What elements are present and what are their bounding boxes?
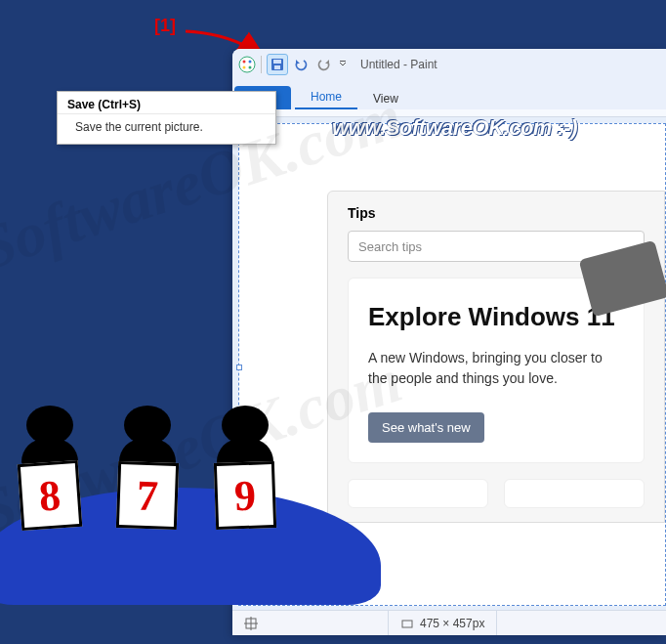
tips-heading: Explore Windows 11 (368, 302, 624, 332)
tooltip-title: Save (Ctrl+S) (58, 92, 275, 114)
svg-rect-8 (340, 61, 346, 62)
save-button[interactable] (267, 54, 288, 75)
resize-handle[interactable] (236, 365, 242, 370)
svg-rect-12 (402, 621, 412, 627)
watermark-text: www.SoftwareOK.com :-) (332, 115, 577, 141)
score-card: 9 (214, 461, 276, 530)
status-cursor-cell (232, 611, 389, 635)
status-bar: 475 × 457px (232, 610, 666, 635)
dimensions-icon (400, 617, 414, 630)
annotation-label: [1] (154, 16, 176, 36)
paint-app-icon (238, 56, 256, 73)
score-card: 7 (116, 461, 179, 530)
search-placeholder: Search tips (358, 239, 422, 254)
window-title: Untitled - Paint (360, 58, 437, 71)
undo-button[interactable] (290, 54, 312, 75)
svg-rect-6 (273, 60, 281, 64)
title-bar: Untitled - Paint (232, 49, 666, 80)
status-dimensions-cell: 475 × 457px (389, 611, 497, 635)
tab-view[interactable]: View (357, 86, 414, 109)
tips-card[interactable] (348, 479, 488, 508)
save-tooltip: Save (Ctrl+S) Save the current picture. (57, 91, 276, 145)
svg-point-0 (239, 57, 255, 72)
tips-body-text: A new Windows, bringing you closer to th… (368, 348, 624, 389)
svg-rect-7 (274, 65, 280, 69)
svg-point-2 (249, 61, 252, 64)
redo-button[interactable] (313, 54, 335, 75)
tips-sub-cards (348, 479, 645, 508)
judge-figure: 8 (20, 406, 80, 529)
redo-icon (316, 57, 332, 72)
save-icon (270, 57, 285, 72)
chevron-down-icon (339, 61, 347, 68)
qat-customize-dropdown[interactable] (337, 61, 349, 68)
tips-card[interactable] (504, 479, 645, 508)
cursor-position-icon (244, 617, 258, 630)
qat-separator (261, 56, 262, 73)
tips-hero-card: Explore Windows 11 A new Windows, bringi… (348, 278, 645, 463)
see-whats-new-button[interactable]: See what's new (368, 412, 484, 443)
tab-home[interactable]: Home (295, 84, 357, 109)
svg-point-3 (243, 66, 246, 69)
tooltip-body: Save the current picture. (58, 114, 275, 144)
svg-point-1 (243, 61, 246, 64)
undo-icon (293, 57, 309, 72)
canvas-dimensions: 475 × 457px (420, 617, 484, 630)
judge-figure: 9 (215, 406, 275, 529)
ribbon-tabs: File Home View (232, 80, 666, 109)
tips-panel: Tips Search tips Explore Windows 11 A ne… (327, 191, 665, 523)
judge-figure: 7 (117, 406, 178, 529)
tips-panel-title: Tips (348, 205, 645, 221)
svg-point-4 (249, 66, 252, 69)
score-card: 8 (18, 460, 83, 531)
